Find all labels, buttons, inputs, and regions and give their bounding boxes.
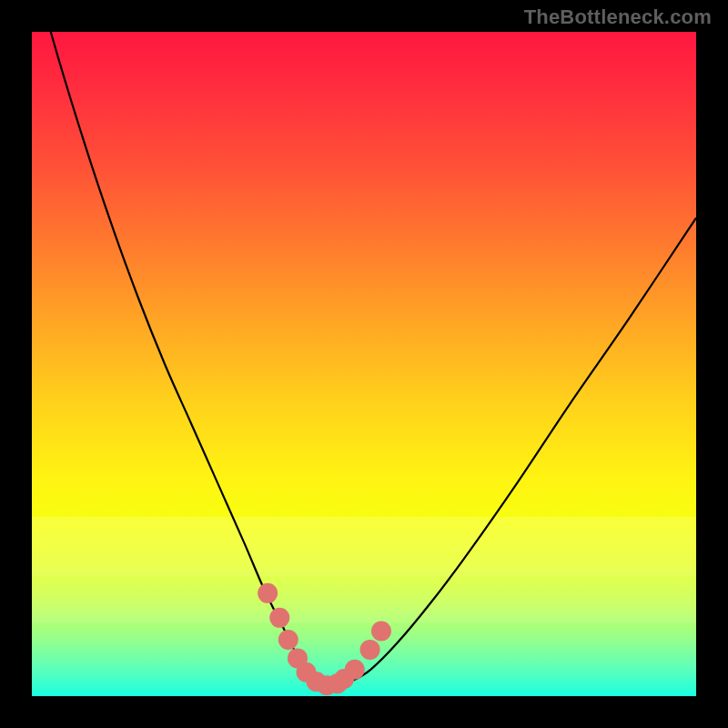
highlight-point — [269, 608, 289, 628]
highlight-point — [371, 621, 391, 641]
pale-band-1 — [32, 517, 696, 577]
highlight-point — [278, 630, 298, 650]
highlight-point — [345, 660, 365, 680]
watermark-text: TheBottleneck.com — [524, 5, 712, 29]
pale-band-2 — [32, 577, 696, 623]
highlight-point — [360, 640, 380, 660]
curve-layer — [32, 32, 696, 696]
highlight-point — [258, 583, 278, 603]
plot-area — [32, 32, 696, 696]
chart-frame: TheBottleneck.com — [0, 0, 728, 728]
